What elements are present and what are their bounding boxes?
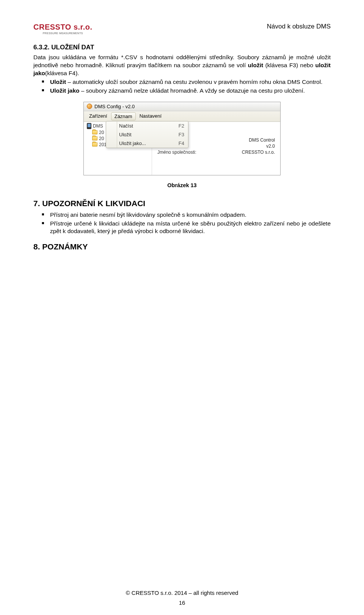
menu-item-label: Uložit jako... <box>119 140 146 146</box>
figure-caption: Obrázek 13 <box>33 182 331 188</box>
section-heading-632: 6.3.2. ULOŽENÍ DAT <box>33 44 331 51</box>
document-page: CRESSTO s.r.o. PRESSURE MEASUREMENTS Náv… <box>0 0 364 615</box>
company-logo: CRESSTO s.r.o. PRESSURE MEASUREMENTS <box>33 23 93 35</box>
app-body: DMS 20 20 2014-01-01 00:00:14 <box>84 122 280 175</box>
text-bold: uložit <box>248 62 263 68</box>
section-heading-8: 8. POZNÁMKY <box>33 242 331 251</box>
kv-value: v2.0 <box>266 144 275 149</box>
tree-pane: DMS 20 20 2014-01-01 00:00:14 <box>84 122 152 175</box>
device-icon <box>87 123 91 129</box>
paragraph-save-intro: Data jsou ukládána ve formátu *.CSV s ho… <box>33 54 331 77</box>
menu-nastaveni[interactable]: Nastavení <box>136 112 165 120</box>
list-item: Přístroj ani baterie nesmí být likvidová… <box>33 211 331 219</box>
logo-text: CRESSTO s.r.o. <box>33 23 93 32</box>
menu-shortcut: F3 <box>179 132 184 137</box>
menu-item-save[interactable]: Uložit F3 <box>106 130 188 139</box>
embedded-screenshot-wrap: DMS Config - v2.0 Zařízení Záznam Nastav… <box>33 102 331 175</box>
window-title: DMS Config - v2.0 <box>94 104 135 109</box>
tree-label: DMS <box>93 123 103 129</box>
bullet-list-save: Uložit – automaticky uloží soubor záznam… <box>33 78 331 95</box>
window-titlebar[interactable]: DMS Config - v2.0 <box>84 102 280 111</box>
folder-icon <box>92 136 97 140</box>
kv-value: DMS Control <box>249 137 275 143</box>
text: (klávesa F4). <box>45 70 79 76</box>
text: Přístroje určené k likvidaci ukládejte n… <box>50 220 331 235</box>
page-header: CRESSTO s.r.o. PRESSURE MEASUREMENTS Náv… <box>33 23 331 35</box>
menu-item-label: Načíst <box>119 123 133 129</box>
orb-icon <box>87 104 92 109</box>
tree-label: 20 <box>99 130 104 135</box>
page-number: 16 <box>0 599 364 606</box>
context-menu: Načíst F2 Uložit F3 Uložit jako... F4 <box>106 121 188 148</box>
kv-key: Jméno společnosti: <box>157 150 196 155</box>
menu-zaznam[interactable]: Záznam <box>111 112 136 120</box>
logo-subtext: PRESSURE MEASUREMENTS <box>43 32 83 35</box>
menu-shortcut: F2 <box>179 123 184 129</box>
text: – automaticky uloží soubor záznamů na ce… <box>66 79 322 85</box>
menubar: Zařízení Záznam Nastavení <box>84 111 280 122</box>
text: (klávesa F3) nebo <box>263 62 315 68</box>
text: Přístroj ani baterie nesmí být likvidová… <box>50 211 246 218</box>
kv-value: CRESSTO s.r.o. <box>242 150 275 155</box>
text-bold: Uložit jako <box>50 87 80 94</box>
menu-shortcut: F4 <box>179 140 184 146</box>
list-item: Přístroje určené k likvidaci ukládejte n… <box>33 220 331 236</box>
menu-item-label: Uložit <box>119 132 132 137</box>
text: – soubory záznamů nelze ukládat hromadně… <box>80 87 305 94</box>
tree-label: 20 <box>99 136 104 141</box>
kv-row: Jméno společnosti: CRESSTO s.r.o. <box>157 149 275 155</box>
list-item: Uložit – automaticky uloží soubor záznam… <box>33 78 331 86</box>
section-heading-7: 7. UPOZORNĚNÍ K LIKVIDACI <box>33 199 331 208</box>
menu-item-save-as[interactable]: Uložit jako... F4 <box>106 139 188 148</box>
document-title: Návod k obsluze DMS <box>267 23 331 30</box>
text-bold: Uložit <box>50 79 66 85</box>
folder-icon <box>92 130 97 134</box>
folder-icon <box>92 142 97 147</box>
menu-item-load[interactable]: Načíst F2 <box>106 121 188 130</box>
menu-zarizeni[interactable]: Zařízení <box>86 112 110 120</box>
app-window: DMS Config - v2.0 Zařízení Záznam Nastav… <box>83 102 281 175</box>
list-item: Uložit jako – soubory záznamů nelze uklá… <box>33 87 331 95</box>
page-footer: © CRESSTO s.r.o. 2014 – all rights reser… <box>0 590 364 596</box>
bullet-list-disposal: Přístroj ani baterie nesmí být likvidová… <box>33 211 331 236</box>
